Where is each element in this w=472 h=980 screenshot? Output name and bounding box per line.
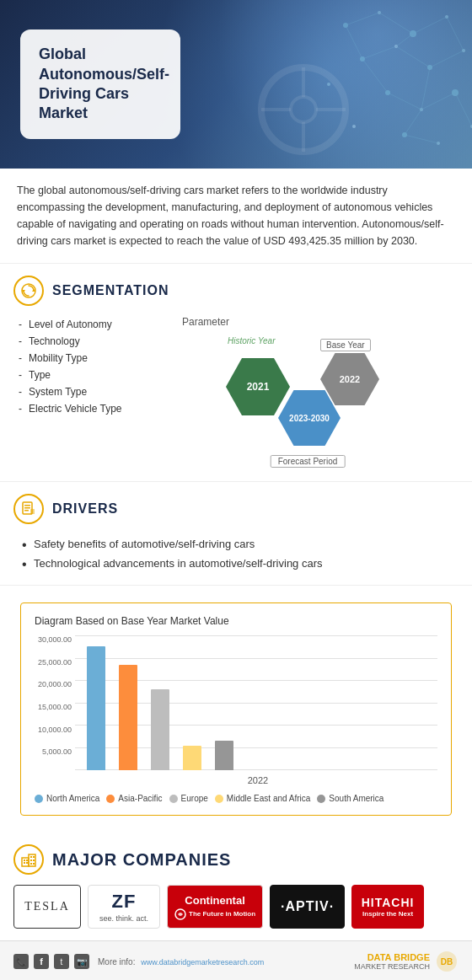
svg-line-27: [421, 93, 455, 110]
y-label-6: 30,000.00: [38, 635, 72, 644]
brand-sub: MARKET RESEARCH: [354, 962, 430, 971]
footer-more-info: More info: www.databridgemarketresearch.…: [98, 957, 264, 967]
drivers-header: DRIVERS: [13, 494, 459, 524]
hitachi-logo: HITACHI Inspire the Next: [351, 885, 424, 929]
legend-europe: Europe: [169, 794, 208, 803]
svg-line-25: [362, 59, 388, 93]
svg-rect-44: [24, 510, 29, 511]
facebook-icon[interactable]: f: [34, 954, 49, 969]
seg-item-4: Type: [17, 367, 148, 383]
svg-line-18: [413, 17, 447, 34]
bar-south-america: [215, 741, 233, 770]
svg-line-28: [421, 67, 430, 110]
drivers-section: DRIVERS Safety benefits of automotive/se…: [0, 482, 472, 586]
segmentation-list: Level of Autonomy Technology Mobility Ty…: [13, 316, 148, 469]
y-label-5: 25,000.00: [38, 658, 72, 667]
svg-rect-56: [30, 863, 32, 865]
major-companies-title: MAJOR COMPANIES: [52, 850, 231, 870]
legend-dot-south-america: [317, 795, 325, 803]
y-label-1: 5,000.00: [42, 747, 72, 756]
continental-icon: [174, 908, 186, 920]
hitachi-name: HITACHI: [362, 896, 415, 909]
svg-point-8: [327, 83, 330, 86]
databridgelogo-icon: DB: [435, 950, 459, 973]
aptiv-logo: ·APTIV·: [270, 885, 345, 929]
segmentation-header: SEGMENTATION: [13, 276, 459, 306]
bar-asia-pacific: [119, 665, 137, 770]
hero-network-decoration: [177, 0, 472, 169]
zf-tagline: see. think. act.: [99, 914, 148, 923]
hero-title: Global Autonomous/Self-Driving Cars Mark…: [39, 45, 162, 124]
description-section: The global autonomous/self-driving cars …: [0, 169, 472, 264]
tesla-logo: TESLA: [13, 885, 81, 929]
hex-2021: 2021: [226, 358, 290, 415]
bar-middle-east: [183, 746, 201, 770]
base-year-label: Base Year: [320, 339, 371, 351]
bar-europe: [151, 689, 169, 770]
y-label-3: 15,000.00: [38, 703, 72, 711]
svg-text:DB: DB: [441, 957, 453, 967]
driver-item-2: Technological advancements in automotive…: [20, 554, 459, 573]
aptiv-name: ·APTIV·: [281, 899, 334, 914]
driver-item-1: Safety benefits of automotive/self-drivi…: [20, 534, 459, 554]
footer-left: 📞 f t 📷 More info: www.databridgemarketr…: [13, 954, 264, 969]
phone-icon[interactable]: 📞: [13, 954, 29, 969]
svg-rect-55: [33, 860, 35, 861]
svg-rect-52: [30, 856, 32, 858]
svg-line-17: [379, 13, 413, 34]
svg-line-16: [346, 13, 379, 25]
major-companies-section: MAJOR COMPANIES TESLA ZF see. think. act…: [0, 833, 472, 940]
legend-label-middle-east: Middle East and Africa: [227, 794, 311, 803]
svg-rect-54: [30, 860, 32, 861]
segmentation-diagram: Parameter Historic Year Base Year 2021 2…: [157, 316, 459, 469]
tesla-name: TESLA: [24, 900, 70, 913]
hitachi-tagline: Inspire the Next: [362, 910, 413, 918]
segmentation-body: Level of Autonomy Technology Mobility Ty…: [13, 316, 459, 469]
footer-brand: DATA BRIDGE MARKET RESEARCH DB: [354, 950, 459, 973]
svg-line-22: [396, 34, 413, 46]
segmentation-items: Level of Autonomy Technology Mobility Ty…: [17, 316, 148, 417]
y-label-4: 20,000.00: [38, 680, 72, 688]
twitter-icon[interactable]: t: [54, 954, 69, 969]
svg-line-21: [396, 46, 430, 67]
drivers-list: Safety benefits of automotive/self-drivi…: [13, 534, 459, 573]
continental-logo-row: The Future in Motion: [174, 908, 255, 920]
param-label: Parameter: [182, 316, 229, 328]
svg-line-29: [405, 135, 438, 143]
legend-middle-east: Middle East and Africa: [215, 794, 311, 803]
svg-line-26: [388, 93, 421, 110]
seg-item-1: Level of Autonomy: [17, 316, 148, 333]
footer: 📞 f t 📷 More info: www.databridgemarketr…: [0, 940, 472, 980]
legend-asia-pacific: Asia-Pacific: [106, 794, 162, 803]
y-label-2: 10,000.00: [38, 726, 72, 734]
svg-rect-57: [33, 863, 35, 865]
svg-rect-43: [24, 507, 30, 509]
svg-point-33: [291, 97, 316, 122]
more-info-label: More info:: [98, 957, 135, 967]
chart-bars: [78, 635, 437, 770]
chart-container-wrapper: Diagram Based on Base Year Market Value …: [0, 586, 472, 833]
legend-label-south-america: South America: [329, 794, 384, 803]
legend-label-asia-pacific: Asia-Pacific: [118, 794, 162, 803]
hex-2022: 2022: [320, 353, 379, 405]
instagram-icon[interactable]: 📷: [74, 954, 89, 969]
chart-title: Diagram Based on Base Year Market Value: [35, 615, 437, 627]
svg-rect-51: [26, 862, 28, 864]
brand-main: DATA BRIDGE: [367, 952, 430, 962]
legend-dot-europe: [169, 795, 178, 803]
major-companies-header: MAJOR COMPANIES: [13, 844, 459, 875]
chart-area-container: 30,000.00 25,000.00 20,000.00 15,000.00 …: [35, 635, 437, 787]
chart-y-axis: 30,000.00 25,000.00 20,000.00 15,000.00 …: [35, 635, 75, 770]
legend-dot-north-america: [35, 795, 43, 803]
drivers-icon: [13, 494, 44, 524]
hex-forecast: 2023-2030: [278, 390, 341, 446]
social-icons: 📞 f t 📷: [13, 954, 89, 969]
footer-url: www.databridgemarketresearch.com: [141, 958, 264, 967]
companies-logos-container: TESLA ZF see. think. act. Continental Th…: [13, 885, 459, 929]
svg-rect-49: [26, 860, 28, 861]
segmentation-section: SEGMENTATION Level of Autonomy Technolog…: [0, 264, 472, 482]
svg-line-31: [455, 93, 472, 126]
seg-item-2: Technology: [17, 333, 148, 350]
svg-line-20: [362, 46, 396, 59]
zf-logo: ZF see. think. act.: [88, 885, 160, 929]
